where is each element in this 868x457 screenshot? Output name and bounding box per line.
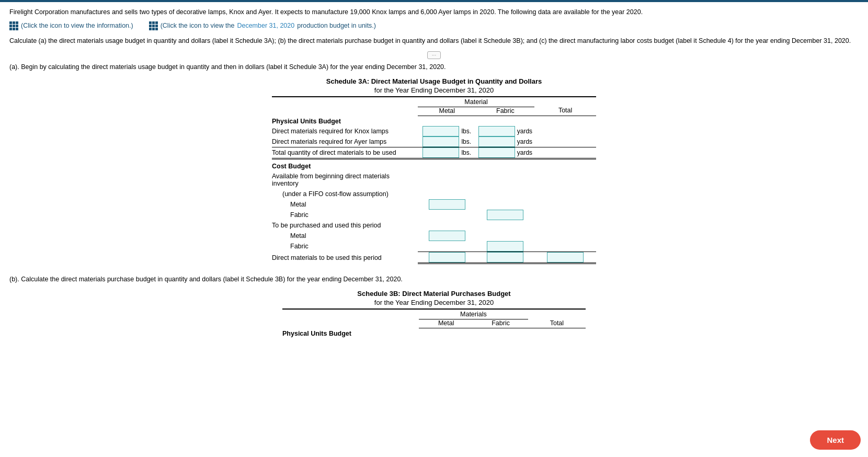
physical-units-header: Physical Units Budget <box>272 116 418 126</box>
lbs-unit-2: lbs. <box>460 138 471 145</box>
content-area: Firelight Corporation manufactures and s… <box>0 2 868 375</box>
3b-header-top: Materials <box>282 309 586 319</box>
knox-label: Direct materials required for Knox lamps <box>272 126 418 136</box>
3b-material-header: Materials <box>460 311 487 318</box>
direct-total-metal-input[interactable] <box>429 252 465 262</box>
total-quantity-row: Total quantity of direct materials to be… <box>272 147 596 159</box>
direct-total-metal-cell <box>418 252 476 264</box>
cost-budget-header: Cost Budget <box>272 159 418 172</box>
grid-icon-1 <box>9 21 18 30</box>
knox-metal-input[interactable] <box>422 126 459 136</box>
icon1-label: (Click the icon to view the information.… <box>21 22 133 29</box>
ayer-metal-cell: lbs. <box>418 136 476 147</box>
3b-col-metal: Metal <box>438 319 454 327</box>
metal-purchase-label: Metal <box>272 231 418 241</box>
col-total-label: Total <box>558 107 572 114</box>
fabric-purchase-row: Fabric <box>272 241 596 252</box>
next-button[interactable]: Next <box>810 430 861 450</box>
to-purchase-label: To be purchased and used this period <box>272 220 418 231</box>
icon-link-1[interactable]: (Click the icon to view the information.… <box>9 21 133 30</box>
icon-row: (Click the icon to view the information.… <box>9 21 859 30</box>
schedule-3a-table: Material Metal Fabric Total Physic <box>272 96 596 265</box>
fabric-purchase-input[interactable] <box>487 241 523 252</box>
fabric-purchase-label: Fabric <box>272 241 418 252</box>
total-quantity-label: Total quantity of direct materials to be… <box>272 147 418 159</box>
intro-paragraph: Firelight Corporation manufactures and s… <box>9 7 859 17</box>
schedule-3b-title: Schedule 3B: Direct Material Purchases B… <box>282 290 586 298</box>
icon-link-2[interactable]: (Click the icon to view the December 31,… <box>149 21 376 30</box>
direct-total-total-input[interactable] <box>547 252 584 262</box>
physical-units-header-row: Physical Units Budget <box>272 116 596 126</box>
metal-avail-cell <box>418 199 476 210</box>
to-purchase-row: To be purchased and used this period <box>272 220 596 231</box>
direct-total-fabric-cell <box>476 252 535 264</box>
section-b-text: (b). Calculate the direct materials purc… <box>9 276 403 283</box>
metal-avail-input[interactable] <box>429 199 465 210</box>
available-label: Available from beginning direct material… <box>272 171 418 189</box>
icon2-prefix: (Click the icon to view the <box>161 22 235 29</box>
schedule-3b: Schedule 3B: Direct Material Purchases B… <box>282 290 586 339</box>
total-fabric-cell: yards <box>476 147 535 159</box>
schedule-3b-subtitle: for the Year Ending December 31, 2020 <box>282 299 586 306</box>
direct-total-label: Direct materials to be used this period <box>272 252 418 264</box>
ayer-fabric-cell: yards <box>476 136 535 147</box>
ayer-metal-input[interactable] <box>422 136 459 147</box>
knox-row: Direct materials required for Knox lamps… <box>272 126 596 136</box>
direct-total-row: Direct materials to be used this period <box>272 252 596 264</box>
metal-purchase-row: Metal <box>272 231 596 241</box>
schedule-3a: Schedule 3A: Direct Material Usage Budge… <box>272 77 596 265</box>
knox-fabric-input[interactable] <box>478 126 515 136</box>
divider-dots: ··· <box>427 51 441 59</box>
ayer-fabric-input[interactable] <box>478 136 515 147</box>
col-headers: Metal Fabric Total <box>272 107 596 116</box>
col-metal-label: Metal <box>439 107 455 115</box>
yards-unit-3: yards <box>516 149 532 156</box>
3b-physical-units-row: Physical Units Budget <box>282 328 586 338</box>
total-metal-cell: lbs. <box>418 147 476 159</box>
total-metal-input[interactable] <box>422 147 459 158</box>
lbs-unit-1: lbs. <box>460 128 471 135</box>
metal-purchase-cell <box>418 231 476 241</box>
3b-col-fabric: Fabric <box>492 319 510 327</box>
3b-physical-units-header: Physical Units Budget <box>282 328 419 338</box>
metal-available-row: Metal <box>272 199 596 210</box>
icon2-suffix: production budget in units.) <box>297 22 376 29</box>
available-row: Available from beginning direct material… <box>272 171 596 189</box>
section-a-label: (a). Begin by calculating the direct mat… <box>9 62 859 72</box>
instruction-text: Calculate (a) the direct materials usage… <box>9 36 859 46</box>
fabric-available-row: Fabric <box>272 210 596 220</box>
ayer-row: Direct materials required for Ayer lamps… <box>272 136 596 147</box>
fabric-purchase-cell <box>476 241 535 252</box>
direct-total-total-cell <box>534 252 596 264</box>
fifo-label: (under a FIFO cost-flow assumption) <box>272 189 418 199</box>
fifo-row: (under a FIFO cost-flow assumption) <box>272 189 596 199</box>
table-header-top: Material <box>272 97 596 107</box>
schedule-3a-title: Schedule 3A: Direct Material Usage Budge… <box>272 77 596 85</box>
schedule-3b-table: Materials Metal Fabric Total Physical Un… <box>282 309 586 339</box>
fabric-avail-input[interactable] <box>487 210 523 220</box>
grid-icon-2 <box>149 21 158 30</box>
cost-budget-header-row: Cost Budget <box>272 159 596 172</box>
col-fabric-label: Fabric <box>496 107 515 115</box>
divider-row: ··· <box>9 51 859 59</box>
schedule-3a-subtitle: for the Year Ending December 31, 2020 <box>272 86 596 94</box>
knox-fabric-cell: yards <box>476 126 535 136</box>
section-b-label: (b). Calculate the direct materials purc… <box>9 275 859 284</box>
fabric-available-label: Fabric <box>272 210 418 220</box>
knox-metal-cell: lbs. <box>418 126 476 136</box>
lbs-unit-3: lbs. <box>460 149 471 156</box>
icon2-link: December 31, 2020 <box>237 22 294 29</box>
direct-total-fabric-input[interactable] <box>487 252 523 262</box>
3b-col-headers: Metal Fabric Total <box>282 319 586 328</box>
yards-unit-1: yards <box>516 128 532 135</box>
instruction-span: Calculate (a) the direct materials usage… <box>9 37 851 44</box>
section-a-text: (a). Begin by calculating the direct mat… <box>9 63 446 71</box>
fabric-avail-cell <box>476 210 535 220</box>
material-header: Material <box>464 98 487 106</box>
yards-unit-2: yards <box>516 138 532 145</box>
metal-purchase-input[interactable] <box>429 231 465 241</box>
ayer-label: Direct materials required for Ayer lamps <box>272 136 418 147</box>
3b-col-total: Total <box>550 319 564 327</box>
intro-text: Firelight Corporation manufactures and s… <box>9 8 643 16</box>
total-fabric-input[interactable] <box>478 147 515 158</box>
